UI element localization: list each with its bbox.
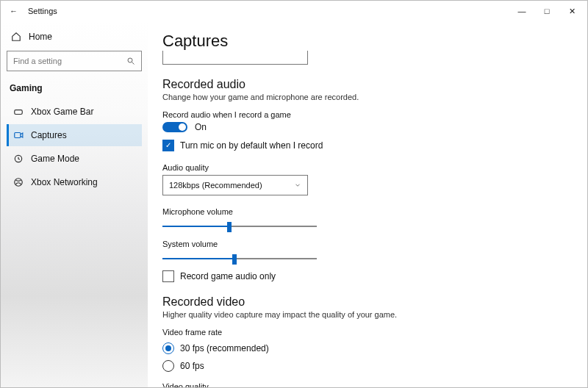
recorded-video-heading: Recorded video: [162, 295, 573, 309]
frame-rate-label: Video frame rate: [162, 328, 573, 337]
fps-30-label: 30 fps (recommended): [180, 343, 269, 353]
video-quality-label: Video quality: [162, 382, 573, 387]
sidebar-item-xbox-game-bar[interactable]: Xbox Game Bar: [7, 101, 142, 123]
svg-point-0: [128, 58, 132, 62]
recorded-video-sub: Higher quality video capture may impact …: [162, 310, 573, 319]
system-volume-slider[interactable]: [162, 251, 317, 266]
game-bar-icon: [13, 107, 24, 117]
system-volume-label: System volume: [162, 240, 573, 248]
chevron-down-icon: [294, 182, 301, 189]
search-input[interactable]: Find a setting: [7, 51, 142, 71]
home-label: Home: [29, 32, 52, 42]
home-icon: [11, 32, 21, 42]
search-icon: [126, 57, 135, 65]
record-audio-toggle-label: Record audio when I record a game: [162, 110, 573, 119]
svg-point-5: [15, 179, 23, 187]
close-button[interactable]: ✕: [559, 3, 584, 19]
sidebar-item-label: Captures: [31, 130, 67, 140]
app-title: Settings: [28, 7, 57, 15]
svg-line-1: [132, 62, 135, 65]
titlebar: ← Settings — □ ✕: [1, 1, 587, 21]
sidebar-item-label: Xbox Game Bar: [31, 107, 93, 117]
audio-quality-label: Audio quality: [162, 163, 573, 172]
page-title: Captures: [162, 32, 573, 51]
sidebar-item-captures[interactable]: Captures: [7, 124, 142, 146]
game-mode-icon: [13, 154, 24, 164]
mic-volume-label: Microphone volume: [162, 207, 573, 216]
max-length-dropdown[interactable]: 2 hours ▾: [162, 51, 308, 65]
sidebar-item-label: Game Mode: [31, 154, 79, 164]
sidebar-item-xbox-networking[interactable]: Xbox Networking: [7, 171, 142, 193]
section-header: Gaming: [7, 80, 142, 99]
record-audio-toggle[interactable]: [162, 122, 187, 132]
sidebar: Home Find a setting Gaming Xbox Game Bar: [1, 21, 148, 387]
search-placeholder: Find a setting: [13, 57, 62, 65]
home-link[interactable]: Home: [7, 27, 142, 46]
minimize-button[interactable]: —: [509, 3, 534, 19]
content-area: Captures 2 hours ▾ Recorded audio Change…: [148, 21, 587, 387]
fps-60-label: 60 fps: [180, 361, 204, 371]
sidebar-item-game-mode[interactable]: Game Mode: [7, 148, 142, 170]
audio-quality-dropdown[interactable]: 128kbps (Recommended): [162, 175, 308, 195]
toggle-state: On: [195, 122, 207, 132]
maximize-button[interactable]: □: [534, 3, 559, 19]
mic-default-checkbox[interactable]: ✓: [162, 140, 174, 151]
xbox-icon: [13, 177, 24, 187]
captures-icon: [13, 130, 24, 140]
fps-60-radio[interactable]: [162, 360, 174, 372]
svg-rect-3: [15, 133, 21, 138]
game-audio-only-checkbox[interactable]: [162, 270, 174, 282]
svg-rect-2: [15, 110, 23, 115]
mic-volume-slider[interactable]: [162, 219, 317, 234]
game-audio-only-label: Record game audio only: [180, 271, 276, 281]
recorded-audio-heading: Recorded audio: [162, 78, 573, 91]
sidebar-item-label: Xbox Networking: [31, 177, 98, 187]
back-button[interactable]: ←: [10, 7, 18, 15]
mic-default-label: Turn mic on by default when I record: [180, 140, 323, 151]
recorded-audio-sub: Change how your game and microphone are …: [162, 93, 573, 101]
fps-30-radio[interactable]: [162, 342, 174, 354]
settings-window: ← Settings — □ ✕ Home Find a setting Ga: [0, 0, 588, 388]
